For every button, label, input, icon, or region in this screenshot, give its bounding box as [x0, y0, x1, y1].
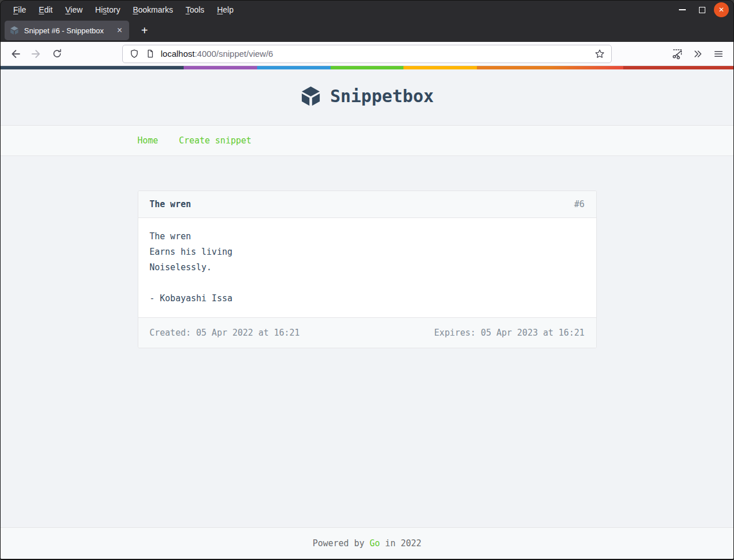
scissors-icon	[671, 48, 683, 60]
snippetbox-favicon-icon	[10, 26, 19, 35]
menu-history[interactable]: History	[89, 3, 127, 16]
snippetbox-logo-icon	[300, 85, 321, 107]
site-header: Snippetbox	[1, 69, 733, 125]
snippet-expires: Expires: 05 Apr 2023 at 16:21	[434, 328, 585, 338]
menu-mnemonic: s	[103, 5, 107, 14]
double-chevron-right-icon	[693, 49, 703, 59]
menu-list: File Edit View History Bookmarks Tools H…	[7, 3, 675, 16]
tab-close-icon[interactable]: ×	[115, 25, 124, 36]
forward-button[interactable]	[27, 45, 45, 63]
snippet-title: The wren	[150, 199, 191, 209]
tracking-protection-shield-icon[interactable]	[129, 49, 139, 59]
snippet-created: Created: 05 Apr 2022 at 16:21	[150, 328, 300, 338]
nav-link-home[interactable]: Home	[138, 135, 158, 146]
navigation-toolbar: localhost:4000/snippet/view/6	[1, 42, 733, 66]
snippet-card-header: The wren #6	[138, 191, 596, 218]
menu-edit[interactable]: Edit	[33, 3, 59, 16]
menu-view[interactable]: View	[59, 3, 89, 16]
nav-links: Home Create snippet	[138, 135, 597, 146]
main-content: The wren #6 The wren Earns his living No…	[1, 156, 733, 527]
menu-bookmarks[interactable]: Bookmarks	[126, 3, 179, 16]
tab-snippet[interactable]: Snippet #6 - Snippetbox ×	[5, 21, 129, 40]
snippet-content: The wren Earns his living Noiselessly. -…	[138, 218, 596, 317]
tab-title: Snippet #6 - Snippetbox	[24, 26, 110, 35]
back-button[interactable]	[6, 45, 25, 63]
menu-help[interactable]: Help	[211, 3, 240, 16]
menu-mnemonic: F	[13, 5, 18, 14]
page-title: Snippetbox	[330, 86, 434, 106]
hamburger-menu-icon	[713, 49, 724, 59]
snippet-card: The wren #6 The wren Earns his living No…	[138, 190, 597, 348]
menu-text: elp	[223, 5, 234, 14]
menu-text: ile	[18, 5, 26, 14]
menu-tools[interactable]: Tools	[179, 3, 211, 16]
bookmark-star-icon	[595, 49, 605, 59]
nav-link-create-snippet[interactable]: Create snippet	[179, 135, 251, 146]
window-controls: ✕	[675, 2, 729, 17]
menu-mnemonic: H	[217, 5, 223, 14]
browser-window: File Edit View History Bookmarks Tools H…	[0, 0, 734, 560]
brand[interactable]: Snippetbox	[300, 85, 434, 107]
url-host: localhost	[161, 49, 195, 59]
page-info-icon[interactable]	[145, 49, 155, 59]
footer-go-link[interactable]: Go	[370, 538, 380, 549]
app-menu-button[interactable]	[709, 45, 728, 63]
toolbar-overflow-button[interactable]	[689, 45, 707, 63]
url-text: localhost:4000/snippet/view/6	[161, 49, 273, 59]
reload-icon	[52, 48, 63, 59]
page-viewport: Snippetbox Home Create snippet The wren …	[1, 66, 733, 559]
back-arrow-icon	[10, 48, 21, 60]
minimize-button[interactable]	[675, 2, 690, 17]
reload-button[interactable]	[48, 45, 66, 63]
forward-arrow-icon	[30, 48, 42, 60]
menu-mnemonic: V	[65, 5, 71, 14]
menu-mnemonic: B	[133, 5, 138, 14]
page-footer: Powered by Go in 2022	[1, 527, 733, 559]
menu-text: Hi	[95, 5, 103, 14]
menu-mnemonic: E	[39, 5, 44, 14]
menu-text: ools	[189, 5, 204, 14]
url-bar[interactable]: localhost:4000/snippet/view/6	[122, 45, 612, 63]
screenshot-button[interactable]	[668, 45, 686, 63]
snippet-card-meta: Created: 05 Apr 2022 at 16:21 Expires: 0…	[138, 317, 596, 348]
footer-text-suffix: in 2022	[380, 538, 421, 549]
menu-bar: File Edit View History Bookmarks Tools H…	[1, 1, 733, 19]
minimize-icon	[679, 9, 686, 10]
close-button[interactable]: ✕	[714, 2, 729, 17]
menu-text: iew	[71, 5, 83, 14]
main-nav: Home Create snippet	[1, 125, 733, 156]
url-path: :4000/snippet/view/6	[195, 49, 273, 59]
new-tab-button[interactable]: +	[137, 24, 153, 37]
menu-file[interactable]: File	[7, 3, 33, 16]
close-icon: ✕	[719, 6, 724, 13]
maximize-icon	[699, 7, 705, 13]
menu-text: dit	[44, 5, 53, 14]
menu-text: ookmarks	[138, 5, 173, 14]
bookmark-button[interactable]	[595, 49, 605, 59]
maximize-button[interactable]	[694, 2, 709, 17]
snippet-id: #6	[574, 199, 584, 209]
footer-text-prefix: Powered by	[313, 538, 370, 549]
tab-bar: Snippet #6 - Snippetbox × +	[1, 19, 733, 42]
menu-text: tory	[107, 5, 120, 14]
